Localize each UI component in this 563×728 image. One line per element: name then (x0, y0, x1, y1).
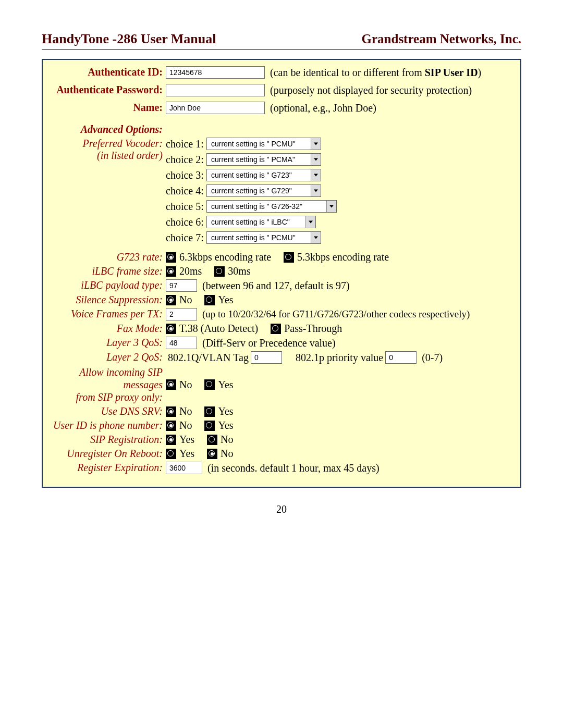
authenticate-id-note: (can be identical to or different from S… (270, 67, 481, 79)
chevron-down-icon[interactable] (305, 216, 315, 228)
chevron-down-icon[interactable] (311, 154, 321, 165)
authenticate-password-note: (purposely not displayed for security pr… (270, 84, 472, 96)
userid-phone-yes-label: Yes (218, 419, 233, 431)
g723-53-label: 5.3kbps encoding rate (297, 251, 389, 263)
authenticate-id-label: Authenticate ID: (48, 66, 166, 78)
layer3-qos-input[interactable] (166, 337, 197, 349)
authenticate-password-input[interactable] (166, 84, 265, 96)
unreg-no-label: No (221, 448, 233, 460)
authenticate-password-label: Authenticate Password: (48, 84, 166, 96)
g723-53-radio[interactable] (284, 252, 294, 263)
sip-registration-label: SIP Registration: (48, 434, 166, 446)
ilbc-payload-type-input[interactable] (166, 279, 197, 292)
g723-63-label: 6.3kbps encoding rate (179, 251, 271, 263)
vocoder-choice-1-label: choice 1: (166, 138, 206, 150)
chevron-down-icon[interactable] (311, 185, 321, 196)
silence-yes-label: Yes (218, 294, 233, 306)
dns-srv-yes-radio[interactable] (204, 406, 215, 417)
allow-sip-yes-label: Yes (218, 379, 233, 391)
g723-63-radio[interactable] (166, 252, 176, 263)
vlan-tag-label: 802.1Q/VLAN Tag (168, 352, 249, 364)
name-note: (optional, e.g., John Doe) (270, 102, 376, 114)
ilbc-30ms-label: 30ms (228, 265, 250, 277)
fax-passthrough-label: Pass-Through (284, 323, 342, 335)
ilbc-20ms-radio[interactable] (166, 266, 176, 277)
manual-title: HandyTone -286 User Manual (42, 31, 216, 47)
vocoder-choice-4-select[interactable]: current setting is " G729" (206, 184, 321, 197)
chevron-down-icon[interactable] (311, 232, 321, 243)
svg-marker-3 (314, 190, 318, 192)
unreg-yes-label: Yes (179, 448, 194, 460)
allow-sip-no-label: No (179, 379, 192, 391)
vocoder-choice-5-select[interactable]: current setting is " G726-32" (206, 200, 337, 213)
allow-sip-proxy-label: Allow incoming SIP messages from SIP pro… (48, 366, 166, 403)
register-expiration-input[interactable] (166, 462, 202, 474)
sipreg-yes-label: Yes (179, 434, 194, 446)
svg-marker-1 (314, 158, 318, 161)
voice-frames-input[interactable] (166, 308, 197, 320)
advanced-options-heading: Advanced Options: (48, 124, 166, 135)
allow-sip-yes-radio[interactable] (204, 379, 215, 390)
voice-frames-note: (up to 10/20/32/64 for G711/G726/G723/ot… (202, 309, 470, 320)
svg-marker-4 (329, 205, 334, 208)
silence-no-label: No (179, 294, 192, 306)
userid-phone-no-radio[interactable] (166, 421, 176, 431)
userid-phone-no-label: No (179, 419, 192, 431)
layer3-qos-label: Layer 3 QoS: (48, 337, 166, 349)
fax-t38-label: T.38 (Auto Detect) (179, 323, 258, 335)
layer3-qos-note: (Diff-Serv or Precedence value) (202, 337, 336, 349)
register-expiration-label: Register Expiration: (48, 462, 166, 474)
chevron-down-icon[interactable] (311, 138, 321, 150)
svg-marker-0 (314, 143, 318, 145)
svg-marker-6 (314, 237, 318, 239)
unregister-reboot-label: Unregister On Reboot: (48, 448, 166, 460)
ilbc-payload-type-label: iLBC payload type: (48, 279, 166, 291)
priority-value-note: (0-7) (422, 352, 443, 364)
ilbc-frame-size-label: iLBC frame size: (48, 265, 166, 277)
allow-sip-no-radio[interactable] (166, 379, 176, 390)
fax-mode-label: Fax Mode: (48, 323, 166, 335)
g723-rate-label: G723 rate: (48, 251, 166, 263)
ilbc-30ms-radio[interactable] (214, 266, 225, 277)
vocoder-choice-7-select[interactable]: current setting is " PCMU" (206, 231, 321, 244)
silence-suppression-label: Silence Suppression: (48, 294, 166, 306)
vlan-tag-input[interactable] (251, 351, 282, 364)
sipreg-no-radio[interactable] (207, 435, 217, 445)
userid-phone-yes-radio[interactable] (204, 421, 215, 431)
unreg-yes-radio[interactable] (166, 449, 176, 459)
vocoder-choice-6-label: choice 6: (166, 216, 206, 228)
priority-value-input[interactable] (385, 351, 417, 364)
config-form: Authenticate ID: (can be identical to or… (42, 59, 521, 488)
register-expiration-note: (in seconds. default 1 hour, max 45 days… (207, 462, 380, 474)
name-label: Name: (48, 102, 166, 114)
vocoder-choice-4-label: choice 4: (166, 185, 206, 197)
sipreg-no-label: No (221, 434, 233, 446)
fax-t38-radio[interactable] (166, 324, 176, 334)
vocoder-choice-3-select[interactable]: current setting is " G723" (206, 169, 321, 181)
name-input[interactable] (166, 102, 265, 114)
fax-passthrough-radio[interactable] (271, 324, 281, 334)
silence-yes-radio[interactable] (204, 295, 215, 305)
vocoder-choice-6-select[interactable]: current setting is " iLBC" (206, 216, 316, 228)
priority-value-label: 802.1p priority value (296, 352, 383, 364)
dns-srv-no-radio[interactable] (166, 406, 176, 417)
voice-frames-label: Voice Frames per TX: (48, 308, 166, 320)
ilbc-payload-type-note: (between 96 and 127, default is 97) (202, 280, 350, 292)
dns-srv-yes-label: Yes (218, 405, 233, 417)
svg-marker-5 (309, 221, 313, 224)
chevron-down-icon[interactable] (326, 201, 336, 212)
authenticate-id-input[interactable] (166, 66, 265, 79)
vocoder-choice-5-label: choice 5: (166, 201, 206, 213)
layer2-qos-label: Layer 2 QoS: (48, 351, 166, 363)
sipreg-yes-radio[interactable] (166, 435, 176, 445)
dns-srv-no-label: No (179, 405, 192, 417)
vocoder-choice-3-label: choice 3: (166, 169, 206, 181)
silence-no-radio[interactable] (166, 295, 176, 305)
userid-phone-label: User ID is phone number: (48, 419, 166, 431)
vocoder-choice-2-select[interactable]: current setting is " PCMA" (206, 153, 321, 166)
unreg-no-radio[interactable] (207, 449, 217, 459)
page-number: 20 (42, 503, 521, 515)
chevron-down-icon[interactable] (311, 169, 321, 181)
vocoder-choice-1-select[interactable]: current setting is " PCMU" (206, 138, 321, 150)
vocoder-choice-2-label: choice 2: (166, 154, 206, 166)
